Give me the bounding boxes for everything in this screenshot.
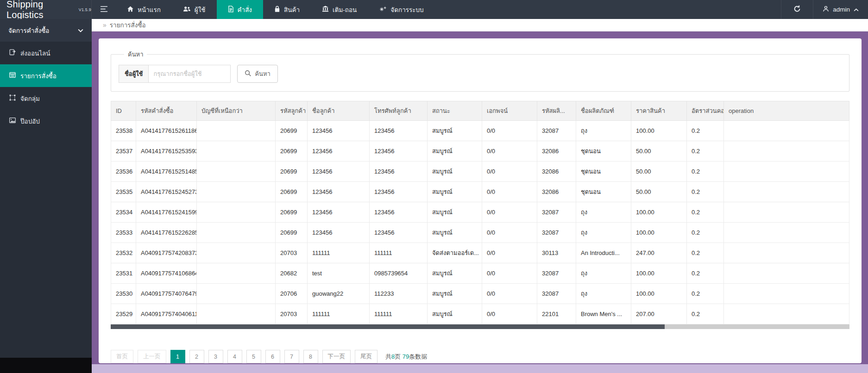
- pagination-button[interactable]: 8: [303, 350, 318, 363]
- cell-id: 23536: [111, 162, 136, 182]
- cell-id: 23534: [111, 202, 136, 223]
- cell-product-name: ถุง: [576, 202, 631, 223]
- cell-customer-name: test: [308, 263, 370, 284]
- cell-customer-code: 20703: [276, 243, 308, 263]
- sidebar-toggle-button[interactable]: [92, 0, 116, 19]
- cell-customer-phone: 111111: [370, 304, 428, 324]
- pagination-button[interactable]: 1: [170, 350, 185, 363]
- column-header: รหัสลูกค้า: [276, 101, 308, 121]
- cell-parent-account: [197, 141, 276, 162]
- cell-product-code: 22101: [537, 304, 576, 324]
- search-row: ชื่อผู้ใช้ ค้นหา: [119, 65, 842, 83]
- pagination-button[interactable]: 上一页: [138, 350, 166, 363]
- horizontal-scrollbar[interactable]: [111, 324, 849, 329]
- cell-order-code: A04141776152611868: [136, 121, 197, 141]
- cell-customer-name: 123456: [308, 223, 370, 243]
- cell-id: 23537: [111, 141, 136, 162]
- pagination-button[interactable]: 4: [227, 350, 242, 363]
- sidebar-item-order-list[interactable]: รายการสั่งซื้อ: [0, 64, 92, 87]
- column-header: โทรศัพท์ลูกค้า: [370, 101, 428, 121]
- cell-customer-name: 123456: [308, 202, 370, 223]
- sidebar-group-order-management[interactable]: จัดการคำสั่งซื้อ: [0, 19, 92, 42]
- nav-item-home[interactable]: หน้าแรก: [116, 0, 172, 19]
- cell-commission: 0.2: [687, 182, 724, 202]
- nav-item-orders[interactable]: คำสั่ง: [217, 0, 263, 19]
- nav-item-users[interactable]: ผู้ใช้: [172, 0, 217, 19]
- cell-parent-account: [197, 121, 276, 141]
- pagination-button[interactable]: 2: [189, 350, 204, 363]
- cell-commission: 0.2: [687, 162, 724, 182]
- cell-parent-account: [197, 263, 276, 284]
- cell-order-code: A04091775742083730: [136, 243, 197, 263]
- cell-parent-account: [197, 223, 276, 243]
- username-input[interactable]: [148, 65, 231, 83]
- cell-customer-code: 20699: [276, 141, 308, 162]
- cell-customer-name: guowang22: [308, 284, 370, 304]
- cell-customer-code: 20699: [276, 223, 308, 243]
- cell-commission: 0.2: [687, 263, 724, 284]
- cell-product-name: ถุง: [576, 263, 631, 284]
- cell-status: สมบูรณ์: [428, 121, 482, 141]
- search-button[interactable]: ค้นหา: [237, 65, 277, 83]
- cell-parent-account: [197, 243, 276, 263]
- cell-price: 50.00: [631, 162, 687, 182]
- cell-id: 23533: [111, 223, 136, 243]
- column-header: ID: [111, 101, 136, 121]
- cell-product-name: An Introducti...: [576, 243, 631, 263]
- scrollbar-thumb[interactable]: [111, 324, 665, 329]
- cell-customer-name: 111111: [308, 243, 370, 263]
- cell-singular: 0/0: [482, 141, 537, 162]
- table-header-row: ID รหัสคำสั่งซื้อ บัญชีที่เหนือกว่า รหัส…: [111, 101, 849, 121]
- cell-customer-name: 123456: [308, 182, 370, 202]
- sidebar-item-send-online[interactable]: ส่งออนไลน์: [0, 42, 92, 64]
- column-header: เอกพจน์: [482, 101, 537, 121]
- column-header: operation: [724, 101, 849, 121]
- cell-commission: 0.2: [687, 141, 724, 162]
- pagination-button[interactable]: 6: [265, 350, 280, 363]
- cell-order-code: A04141776152452735: [136, 182, 197, 202]
- menu-icon: [100, 6, 108, 13]
- pagination-button[interactable]: 5: [246, 350, 261, 363]
- cell-singular: 0/0: [482, 304, 537, 324]
- sidebar-item-grouping[interactable]: จัดกลุ่ม: [0, 87, 92, 110]
- sidebar-group-label: จัดการคำสั่งซื้อ: [8, 25, 49, 36]
- nav-item-deposit-withdraw[interactable]: เติม-ถอน: [311, 0, 368, 19]
- cell-price: 100.00: [631, 284, 687, 304]
- cell-product-name: ชุดนอน: [576, 182, 631, 202]
- pagination-button[interactable]: 尾页: [355, 350, 377, 363]
- sidebar-item-popup[interactable]: ป๊อปอัป: [0, 110, 92, 132]
- cell-order-code: A04141776152415990: [136, 202, 197, 223]
- bottom-strip: [92, 364, 868, 373]
- pagination-button[interactable]: 3: [208, 350, 223, 363]
- nav-item-label: ผู้ใช้: [195, 5, 206, 15]
- cell-customer-code: 20699: [276, 202, 308, 223]
- cell-customer-code: 20699: [276, 162, 308, 182]
- cell-status: จัดส่งตามออร์เด...: [428, 243, 482, 263]
- gears-icon: [379, 6, 387, 13]
- table-row: 23530 A04091775740764792 20706 guowang22…: [111, 284, 849, 304]
- search-legend: ค้นหา: [124, 50, 147, 59]
- cell-customer-name: 111111: [308, 304, 370, 324]
- column-header: ชื่อลูกค้า: [308, 101, 370, 121]
- cell-product-name: ชุดนอน: [576, 141, 631, 162]
- cell-price: 100.00: [631, 121, 687, 141]
- cell-status: สมบูรณ์: [428, 284, 482, 304]
- column-header: บัญชีที่เหนือกว่า: [197, 101, 276, 121]
- pagination-button[interactable]: 下一页: [322, 350, 351, 363]
- pagination-button[interactable]: 首页: [111, 350, 133, 363]
- user-menu[interactable]: admin: [813, 0, 868, 19]
- cell-operation: [724, 141, 849, 162]
- table-row: 23534 A04141776152415990 20699 123456 12…: [111, 202, 849, 223]
- cell-customer-code: 20699: [276, 121, 308, 141]
- content-area: ค้นหา ชื่อผู้ใช้ ค้นหา: [92, 31, 868, 364]
- nav-item-products[interactable]: สินค้า: [263, 0, 311, 19]
- column-header: รหัสคำสั่งซื้อ: [136, 101, 197, 121]
- sidebar-bottom-strip: [0, 358, 92, 373]
- cell-operation: [724, 223, 849, 243]
- table-row: 23533 A04141776152262852 20699 123456 12…: [111, 223, 849, 243]
- pagination-button[interactable]: 7: [284, 350, 299, 363]
- user-name: admin: [833, 6, 850, 13]
- refresh-button[interactable]: [781, 0, 813, 19]
- column-header: อัตราส่วนคอม: [687, 101, 724, 121]
- nav-item-system[interactable]: จัดการระบบ: [368, 0, 434, 19]
